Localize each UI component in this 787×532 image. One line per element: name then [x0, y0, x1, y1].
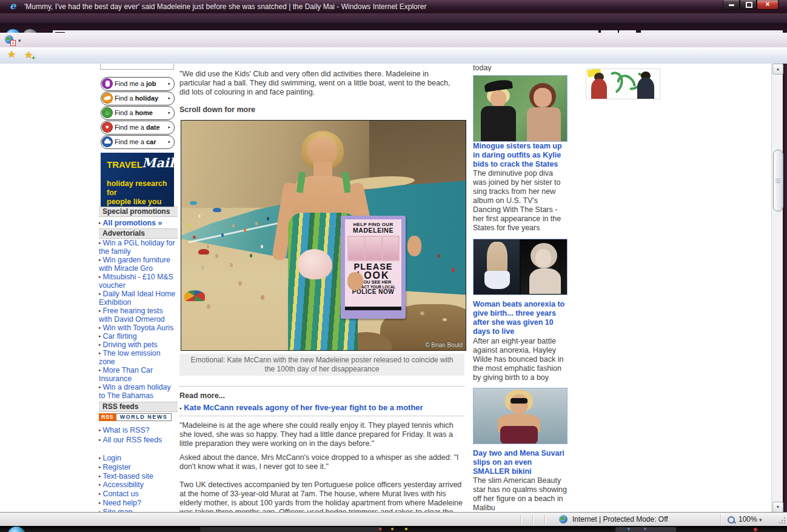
zoom-level[interactable]: 100% — [738, 515, 757, 524]
story-thumb-minogue-sisters[interactable] — [473, 75, 568, 142]
dotted-divider — [179, 416, 464, 416]
ie-window: e 'Mummy, I've had the best day ever' sa… — [0, 0, 787, 532]
zoom-magnifier-icon[interactable] — [728, 516, 735, 524]
scroll-up-button[interactable]: ▲ — [772, 64, 783, 75]
advertorial-link[interactable]: ▸Daily Mail Ideal Home Exhibition — [99, 290, 176, 307]
navigation-bar: ← → ▾ M ▾ × ▾ — [0, 13, 787, 33]
advertorial-link[interactable]: ▸Car flirting — [99, 332, 176, 341]
article-paragraph: Two UK detectives accompanied by ten Por… — [179, 480, 463, 512]
sidebar-cutoff-box — [100, 64, 174, 70]
right-column-partial-text: today — [473, 64, 568, 71]
internet-zone-globe-icon — [559, 515, 568, 524]
story-thumb-anorexia[interactable] — [473, 239, 568, 295]
story-body: After an eight-year battle against anore… — [473, 337, 568, 382]
story-headline[interactable]: Day two and Mena Suvari slips on an even… — [473, 449, 568, 476]
read-more-link[interactable]: ▪Kate McCann reveals agony of her five-y… — [179, 403, 464, 412]
kids-painting-thumb — [586, 68, 660, 99]
find-a-home-button[interactable]: ⌂ Find a home ▸ — [101, 106, 175, 120]
story-body: The slim American Beauty star has no qua… — [473, 476, 568, 512]
scroll-down-button[interactable]: ▼ — [772, 502, 783, 513]
story-headline[interactable]: Woman beats anorexia to give birth... th… — [473, 300, 568, 336]
taskbar-icon[interactable] — [391, 528, 393, 530]
taskbar-icon[interactable] — [379, 528, 381, 530]
advertorial-link[interactable]: ▸Free hearing tests with David Ormerod — [99, 307, 176, 324]
advertorial-link[interactable]: ▸Win garden furniture with Miracle Gro — [99, 256, 176, 273]
article-paragraph: "Madeleine is at the age where she could… — [179, 421, 461, 448]
maximize-button[interactable] — [740, 0, 757, 10]
advertorial-link[interactable]: ▸Win a dream holiday to The Bahamas — [99, 383, 176, 400]
sidebar-item-login[interactable]: ▸Login — [99, 454, 176, 463]
window-frame-right — [782, 64, 787, 512]
find-me-a-job-button[interactable]: Find me a job ▸ — [101, 77, 175, 91]
resize-grip[interactable] — [778, 517, 785, 525]
article-paragraph: Asked about the dance, Mrs McCann's voic… — [179, 453, 461, 471]
sidebar-item-text-based-site[interactable]: ▸Text-based site — [99, 472, 176, 481]
scroll-down-prompt: Scroll down for more — [179, 105, 361, 115]
sidebar-item-need-help[interactable]: ▸Need help? — [99, 499, 176, 508]
taskbar-icon[interactable] — [405, 528, 407, 530]
taskbar-icon[interactable] — [754, 528, 757, 531]
story-body: The diminutive pop diva was joined by he… — [473, 169, 568, 233]
tab-bar: ★ ★+ M 'Mummy, I've had the best day eve… — [0, 47, 787, 64]
rss-channel-label: WORLD NEWS — [116, 413, 172, 421]
article-photo-kate-mccann: HELP FIND OUR MADELEINE PLEASE LOOK IF Y… — [181, 120, 466, 351]
security-zone-text: Internet | Protected Mode: Off — [572, 515, 668, 524]
taskbar-icon[interactable] — [644, 528, 646, 530]
read-more-label: Read more... — [179, 391, 225, 401]
addon-chevron-icon[interactable]: ▾ — [18, 38, 21, 44]
minimize-button[interactable] — [723, 0, 740, 10]
page-viewport: Find me a job ▸ Find a holiday ▸ ⌂ Find … — [0, 64, 787, 512]
all-promotions-link[interactable]: ▸All promotions » — [99, 217, 162, 228]
favorites-star-icon[interactable]: ★ — [7, 50, 16, 59]
find-a-holiday-button[interactable]: Find a holiday ▸ — [101, 91, 175, 105]
travelmail-promo[interactable]: TRAVEL Mail holiday research forpeople l… — [101, 153, 174, 207]
start-orb-icon[interactable] — [7, 527, 25, 532]
ie-logo-icon: e — [10, 1, 19, 11]
advertorial-link[interactable]: ▸Mitsubishi - £10 M&S voucher — [99, 273, 176, 290]
title-bar: e 'Mummy, I've had the best day ever' sa… — [0, 0, 787, 13]
pdf-overlay-icon: A — [10, 40, 16, 46]
advertorial-link[interactable]: ▸Driving with pets — [99, 341, 176, 349]
window-title: 'Mummy, I've had the best day ever' said… — [24, 2, 691, 11]
story-headline[interactable]: Minogue sisters team up in daring outfit… — [473, 142, 568, 169]
advertorials-list: ▸Win a PGL holiday for the family ▸Win g… — [99, 239, 176, 400]
addon-toolbar: A ▾ — [0, 33, 787, 48]
advertorial-link[interactable]: ▸Win with Toyota Auris — [99, 324, 176, 332]
pink-toy — [298, 249, 332, 279]
advertorial-link[interactable]: ▸More Than Car Insurance — [99, 366, 176, 383]
all-rss-feeds-link[interactable]: ▸All our RSS feeds — [99, 434, 162, 445]
close-button[interactable]: × — [757, 0, 779, 10]
madeleine-poster: HELP FIND OUR MADELEINE PLEASE LOOK IF Y… — [341, 216, 406, 319]
story-thumb-mena-suvari[interactable] — [473, 388, 568, 444]
sidebar-item-accessibility[interactable]: ▸Accessibility — [99, 480, 176, 490]
windows-taskbar — [0, 526, 787, 532]
sidebar-item-contact-us[interactable]: ▸Contact us — [99, 490, 176, 499]
special-promotions-header: Special promotions — [99, 207, 178, 217]
find-me-a-car-button[interactable]: Find me a car ▸ — [101, 135, 175, 149]
site-links: ▸Login ▸Register ▸Text-based site ▸Acces… — [99, 454, 176, 512]
advertorial-link[interactable]: ▸Win a PGL holiday for the family — [99, 239, 176, 256]
taskbar-window-button[interactable] — [200, 527, 382, 532]
rss-badge-icon: RSS — [99, 413, 116, 421]
status-bar: Internet | Protected Mode: Off 100% ▾ — [0, 512, 787, 527]
article-paragraph: "We did use the Kids' Club and very ofte… — [179, 70, 461, 97]
find-me-a-date-button[interactable]: ♥ Find me a date ▸ — [101, 121, 175, 135]
taskbar-icon[interactable] — [628, 528, 630, 530]
dotted-divider — [179, 386, 464, 387]
photo-caption: Emotional: Kate McCann with the new Made… — [179, 354, 464, 376]
photo-credit: © Brian Bould — [425, 342, 463, 348]
add-favorite-icon[interactable]: ★+ — [24, 50, 33, 60]
sidebar-item-site-map[interactable]: ▸Site map — [99, 508, 176, 512]
zoom-chevron-icon[interactable]: ▾ — [759, 517, 762, 523]
sidebar-item-register[interactable]: ▸Register — [99, 463, 176, 472]
advertorials-header: Advertorials — [99, 228, 178, 239]
rss-feeds-header: RSS feeds — [99, 402, 178, 412]
advertorial-link[interactable]: ▸The low emission zone — [99, 349, 176, 366]
vertical-scrollbar[interactable]: ▲ ▼ — [771, 64, 783, 512]
scrollbar-thumb[interactable] — [773, 150, 783, 211]
